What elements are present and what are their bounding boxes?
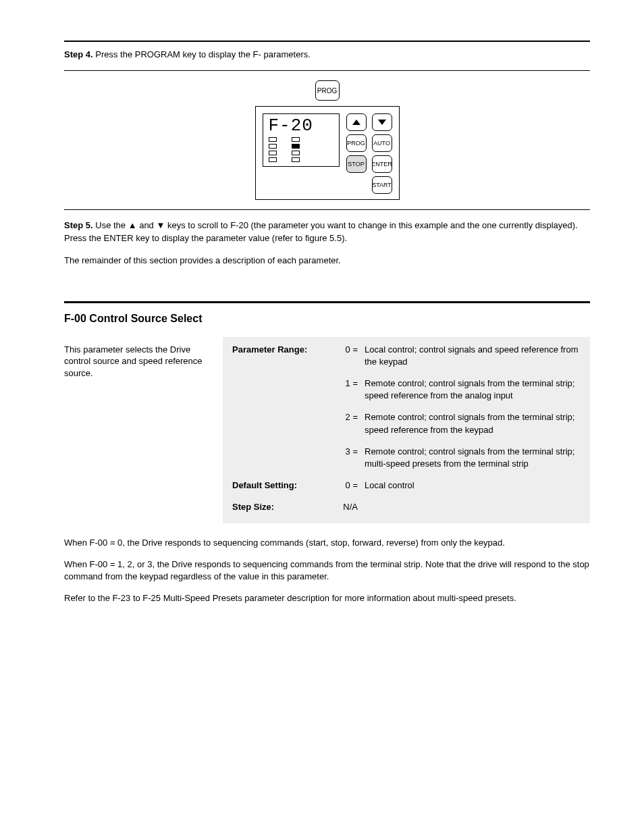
parameter-box: Parameter Range: 0 = Local control; cont… [223,337,590,523]
step-5-line-2: The remainder of this section provides a… [64,255,341,265]
step-4-label: Step 4. [64,49,93,59]
keypad-buttons: PROG AUTO STOP ENTER START [346,113,392,194]
indicator-icon [292,137,300,142]
param-range-row: 2 = Remote control; control signals from… [232,411,581,436]
down-arrow-icon: ▼ [156,220,165,230]
indicator-icon [292,144,300,149]
param-step-val: N/A [333,501,365,513]
section-rule [64,301,590,303]
up-arrow-icon [352,120,360,125]
figure-reference: figure 5.5 [305,233,342,243]
param-range-val: Local control; control signals and speed… [365,344,581,368]
down-arrow-icon [378,120,386,125]
param-range-label: Parameter Range: [232,344,333,356]
body-p2: When F-00 = 1, 2, or 3, the Drive respon… [64,558,590,583]
indicator-icon [269,144,277,149]
down-arrow-key [372,113,392,131]
param-range-eq: 3 = [333,446,365,458]
parameter-description: This parameter selects the Drive control… [64,337,223,523]
stop-key: STOP [346,155,367,173]
up-arrow-key [346,113,367,131]
indicator-col-1 [269,137,277,162]
indicator-icon [292,151,300,155]
indicator-col-2 [292,137,300,162]
up-arrow-icon: ▲ [128,220,137,230]
param-range-eq: 1 = [333,377,365,390]
indicator-icon [269,157,277,162]
param-range-val: Remote control; control signals from the… [365,411,581,436]
param-step-row: Step Size: N/A [232,501,581,513]
step-5-fragment: and [137,220,157,230]
auto-key: AUTO [372,134,392,152]
param-range-val: Remote control; control signals from the… [365,446,581,470]
keypad-panel: F-20 [255,106,400,200]
param-default-eq: 0 = [333,479,365,492]
page: Step 4. Press the PROGRAM key to display… [0,0,644,641]
prog-key-callout: PROG [315,80,340,101]
param-range-row: 3 = Remote control; control signals from… [232,446,581,470]
param-range-eq: 0 = [333,344,365,356]
step-5-fragment: key to display the parameter value (refe… [134,233,305,243]
step-5-fragment: ). [342,233,347,243]
step-5-text: Step 5. Use the ▲ and ▼ keys to scroll t… [64,219,590,267]
keypad-diagram: PROG F-20 [64,80,590,200]
lcd-display: F-20 [263,113,340,167]
rule [64,209,590,210]
step-5-label: Step 5. [64,220,93,230]
indicator-icon [269,137,277,142]
param-range-row: 1 = Remote control; control signals from… [232,377,581,402]
param-range-row: Parameter Range: 0 = Local control; cont… [232,344,581,368]
param-default-val: Local control [365,479,581,492]
param-range-val: Remote control; control signals from the… [365,377,581,402]
lcd-text: F-20 [267,117,335,137]
param-default-label: Default Setting: [232,479,333,492]
body-p1: When F-00 = 0, the Drive responds to seq… [64,537,590,549]
param-range-eq: 2 = [333,411,365,423]
indicator-icon [269,151,277,155]
enter-key: ENTER [372,155,392,173]
rule [64,70,590,71]
section-title: F-00 Control Source Select [64,313,590,325]
step-4-text: Step 4. Press the PROGRAM key to display… [64,49,590,61]
body-p3: Refer to the F-23 to F-25 Multi-Speed Pr… [64,592,590,604]
enter-key-label: ENTER [104,233,134,243]
parameter-block: This parameter selects the Drive control… [64,337,590,523]
indicator-icon [292,157,300,162]
top-rule [64,41,590,42]
prog-key: PROG [346,134,367,152]
start-key: START [372,176,392,194]
lcd-indicator-row [267,137,335,162]
param-step-label: Step Size: [232,501,333,513]
param-default-row: Default Setting: 0 = Local control [232,479,581,492]
step-4-body: Press the PROGRAM key to display the F- … [95,49,311,59]
step-5-fragment: Use the [95,220,128,230]
body-paragraphs: When F-00 = 0, the Drive responds to seq… [64,537,590,605]
